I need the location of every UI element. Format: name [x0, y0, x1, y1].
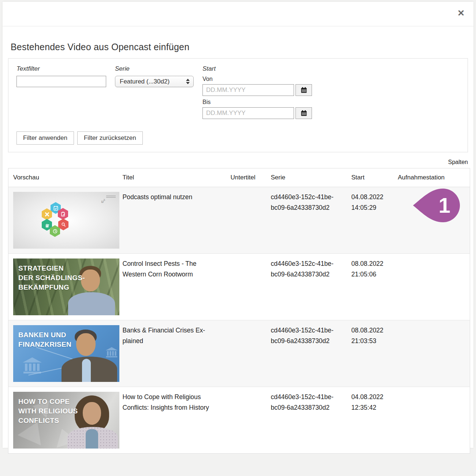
- video-serie: cd4460e3-152c-41be-bc09-6a24338730d2: [271, 192, 339, 213]
- table-row[interactable]: ub: [8, 187, 470, 254]
- bank-icon: [105, 347, 118, 357]
- video-thumbnail-banks[interactable]: BANKEN UND FINANZKRISEN: [13, 325, 119, 382]
- table-row[interactable]: HOW TO COPE WITH RELIGIOUS CONFLICTS How…: [8, 387, 470, 454]
- video-title: Banks & Financial Crises Ex­plained: [123, 325, 216, 346]
- video-start-time: 21:03:53: [352, 337, 376, 345]
- filter-panel: Textfilter Serie Featured (...30d2) Star…: [8, 58, 468, 152]
- apply-filter-button[interactable]: Filter anwenden: [16, 131, 74, 145]
- table-header-row: Vorschau Titel Untertitel Serie Start Au…: [8, 168, 470, 187]
- dialog-header: ✕: [3, 2, 473, 26]
- start-label: Start: [202, 65, 312, 72]
- video-start-time: 14:05:29: [352, 204, 376, 211]
- serie-group: Serie Featured (...30d2): [115, 65, 194, 122]
- table-row[interactable]: STRATEGIEN DER SCHÄDLINGS- BEKÄMPFUNG Co…: [8, 254, 470, 320]
- serie-label: Serie: [115, 65, 194, 72]
- video-thumbnail-corn[interactable]: STRATEGIEN DER SCHÄDLINGS- BEKÄMPFUNG: [13, 259, 119, 315]
- video-serie: cd4460e3-152c-41be-bc09-6a24338730d2: [271, 392, 339, 413]
- video-start-time: 21:05:06: [352, 271, 376, 278]
- marker-teardrop-shape: [413, 189, 460, 222]
- hexagon-x: [42, 208, 52, 220]
- clock-icon: [52, 228, 58, 234]
- hand-icon: [44, 222, 50, 228]
- video-start-time: 12:35:42: [352, 404, 376, 411]
- dialog-body: Bestehendes Video aus Opencast einfügen …: [3, 26, 473, 454]
- calendar-icon: [300, 86, 308, 94]
- table-row[interactable]: BANKEN UND FINANZKRISEN Banks & Financia…: [8, 320, 470, 387]
- bank-icon: [23, 357, 42, 373]
- textfilter-group: Textfilter: [16, 65, 106, 122]
- calendar-check-icon: [53, 205, 59, 211]
- opencast-dialog: ✕ Bestehendes Video aus Opencast einfüge…: [3, 2, 473, 448]
- select-arrows-icon: [186, 79, 190, 84]
- video-title: Podcasts optimal nutzen: [123, 192, 216, 202]
- x-icon: [44, 212, 50, 217]
- magnifier-icon: [61, 222, 66, 227]
- video-serie: cd4460e3-152c-41be-bc09-6a24338730d2: [271, 325, 339, 346]
- close-icon[interactable]: ✕: [457, 9, 465, 18]
- thumbnail-caption: BANKEN UND FINANZKRISEN: [18, 330, 71, 349]
- thumbnail-caption: HOW TO COPE WITH RELIGIOUS CONFLICTS: [18, 397, 78, 425]
- annotation-marker-1: 1: [412, 187, 461, 223]
- video-start-date: 08.08.2022: [352, 327, 384, 334]
- header-untertitel[interactable]: Untertitel: [231, 168, 271, 187]
- serie-select-value: Featured (...30d2): [120, 78, 170, 85]
- columns-bar: Spalten: [8, 159, 468, 166]
- columns-button[interactable]: Spalten: [448, 159, 468, 165]
- header-titel[interactable]: Titel: [123, 168, 231, 187]
- header-start[interactable]: Start: [352, 168, 398, 187]
- video-title: Control Insect Pests - The Western Corn …: [123, 259, 216, 280]
- bis-calendar-button[interactable]: [295, 107, 312, 119]
- start-group: Start Von: [202, 65, 312, 122]
- page-title: Bestehendes Video aus Opencast einfügen: [11, 42, 468, 52]
- von-calendar-button[interactable]: [295, 84, 312, 96]
- bis-label: Bis: [202, 99, 312, 105]
- thumbnail-caption: STRATEGIEN DER SCHÄDLINGS- BEKÄMPFUNG: [18, 264, 85, 292]
- serie-select[interactable]: Featured (...30d2): [115, 76, 194, 87]
- calendar-icon: [300, 109, 308, 117]
- video-start-date: 04.08.2022: [352, 193, 384, 201]
- header-serie[interactable]: Serie: [271, 168, 352, 187]
- video-thumbnail-conflicts[interactable]: HOW TO COPE WITH RELIGIOUS CONFLICTS: [13, 392, 119, 449]
- start-von-input[interactable]: [202, 84, 294, 96]
- header-vorschau[interactable]: Vorschau: [8, 168, 123, 187]
- video-start-date: 04.08.2022: [352, 393, 384, 401]
- video-thumbnail-hexagons[interactable]: ub: [13, 192, 119, 249]
- von-label: Von: [202, 76, 312, 82]
- video-table: Vorschau Titel Untertitel Serie Start Au…: [8, 168, 470, 454]
- video-title: How to Cope with Religious Conflicts: In…: [123, 392, 216, 413]
- start-bis-input[interactable]: [202, 107, 294, 119]
- textfilter-input[interactable]: [16, 76, 106, 87]
- textfilter-label: Textfilter: [16, 65, 106, 72]
- header-aufnahmestation[interactable]: Aufnahmestation: [398, 168, 470, 187]
- clipboard-pencil-icon: [60, 211, 66, 217]
- reset-filter-button[interactable]: Filter zurücksetzen: [77, 131, 143, 145]
- university-logo: ub: [101, 195, 116, 207]
- marker-number: 1: [439, 193, 450, 217]
- video-serie: cd4460e3-152c-41be-bc09-6a24338730d2: [271, 259, 339, 280]
- video-start-date: 08.08.2022: [352, 260, 384, 267]
